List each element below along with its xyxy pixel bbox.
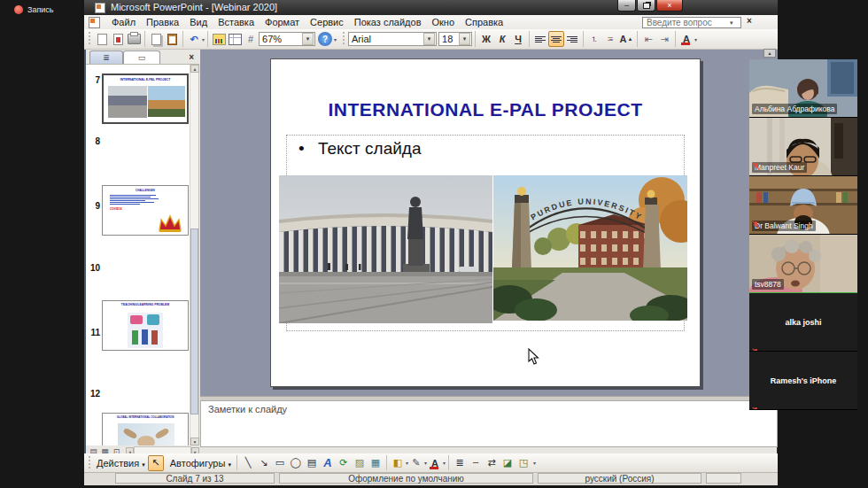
bulleted-list-button[interactable]: ∶≡: [602, 31, 618, 47]
increase-font-button[interactable]: A▲: [618, 31, 634, 47]
slide-image-purdue-arch[interactable]: PURDUE UNIVERSITY: [493, 175, 687, 321]
zoom-dropdown-icon[interactable]: ▾: [302, 33, 314, 45]
new-file-button[interactable]: [94, 31, 110, 47]
tab-slides[interactable]: ▭: [123, 50, 160, 64]
select-objects-button[interactable]: ↖: [148, 455, 164, 471]
standard-toolbar: ↶ ▾ # 67% ▾ ? ▾ Arial ▾ 18 ▾ Ж К Ч: [84, 29, 778, 50]
thumbs-scroll-thumb[interactable]: [190, 229, 198, 414]
font-size-combobox[interactable]: 18 ▾: [438, 32, 472, 46]
arrow-tool[interactable]: ↘: [256, 455, 272, 471]
videos-scroll-up-button[interactable]: ▲: [763, 49, 776, 58]
line-tool[interactable]: ╲: [240, 455, 256, 471]
diagram-tool[interactable]: ⟳: [336, 455, 352, 471]
font-name-dropdown-icon[interactable]: ▾: [423, 33, 435, 45]
participant-tile-tsv8878[interactable]: tsv8878: [749, 235, 857, 293]
menu-slideshow[interactable]: Показ слайдов: [349, 16, 427, 28]
draw-font-color-button[interactable]: A: [427, 455, 443, 471]
dash-style-button[interactable]: ┄: [468, 455, 484, 471]
thumbs-scroll-up-icon[interactable]: ▲: [190, 65, 199, 73]
decrease-indent-button[interactable]: ⇤: [640, 31, 656, 47]
paste-button[interactable]: [164, 31, 180, 47]
tab-outline[interactable]: ≣: [89, 50, 123, 64]
draw-font-color-dropdown-icon[interactable]: ▾: [443, 460, 446, 466]
drawing-toolbar-grip[interactable]: [87, 456, 91, 470]
help-button[interactable]: ?: [318, 32, 332, 46]
status-spare-box: [706, 473, 741, 484]
status-language[interactable]: русский (Россия): [538, 473, 701, 484]
drawing-overflow-icon[interactable]: ▾: [533, 460, 536, 466]
question-box[interactable]: ▾: [642, 17, 741, 28]
menu-format[interactable]: Формат: [260, 16, 305, 28]
notes-pane[interactable]: Заметки к слайду: [200, 400, 778, 447]
table-button[interactable]: [227, 31, 243, 47]
title-bar[interactable]: Microsoft PowerPoint - [Webinar 2020] – …: [84, 0, 778, 15]
wordart-tool[interactable]: A: [320, 455, 336, 471]
toolbar-overflow-icon[interactable]: ▾: [334, 36, 337, 43]
chart-button[interactable]: [211, 31, 227, 47]
question-input[interactable]: [645, 17, 730, 28]
thumbnail-slide-8[interactable]: CHALLENGES COVID19: [102, 185, 189, 236]
threed-style-button[interactable]: ◳: [515, 455, 531, 471]
rectangle-tool[interactable]: ▭: [272, 455, 288, 471]
line-color-button[interactable]: ✎: [408, 455, 424, 471]
align-left-button[interactable]: [532, 31, 548, 47]
slide-bullet-line[interactable]: • Текст слайда: [298, 139, 421, 159]
print-button[interactable]: [126, 31, 142, 47]
font-size-dropdown-icon[interactable]: ▾: [459, 33, 470, 45]
increase-indent-button[interactable]: ⇥: [656, 31, 672, 47]
question-dropdown-icon[interactable]: ▾: [730, 19, 733, 27]
thumbnail-slide-7[interactable]: INTERNATIONAL E-PAL PROJECT: [102, 74, 189, 124]
menu-tools[interactable]: Сервис: [305, 16, 349, 28]
copy-button[interactable]: [148, 31, 164, 47]
formatting-toolbar-grip[interactable]: [341, 32, 345, 46]
participant-tile-balwant[interactable]: Dr Balwant Singh: [749, 176, 857, 235]
line-style-button[interactable]: ≣: [452, 455, 468, 471]
close-button[interactable]: ×: [656, 0, 683, 12]
participant-tile-manpreet[interactable]: Manpreet Kaur: [749, 118, 857, 176]
participant-tile-ramesh[interactable]: Ramesh's iPhone: [749, 352, 857, 410]
menu-window[interactable]: Окно: [427, 16, 461, 28]
slide-title[interactable]: INTERNATIONAL E-PAL PROJECT: [279, 99, 692, 120]
undo-button[interactable]: ↶: [186, 31, 202, 47]
status-design-info[interactable]: Оформление по умолчанию: [279, 473, 533, 484]
shadow-style-button[interactable]: ◪: [500, 455, 515, 471]
thumbnail-slide-9[interactable]: TEACHING/LEARNING PROBLEM: [102, 300, 189, 351]
autoshapes-menu[interactable]: Автофигуры ▾: [167, 458, 234, 469]
underline-button[interactable]: Ч: [510, 31, 526, 47]
thumbnails-scrollbar[interactable]: ▲ ▼: [190, 65, 198, 445]
font-color-button[interactable]: A: [678, 31, 694, 47]
actions-menu[interactable]: Действия ▾: [94, 458, 148, 469]
question-close-icon[interactable]: ×: [747, 16, 752, 26]
participant-tile-albina[interactable]: Альбина Абдрафикова: [749, 59, 857, 118]
font-color-dropdown-icon[interactable]: ▾: [694, 36, 697, 43]
menu-edit[interactable]: Правка: [141, 16, 184, 28]
align-center-button[interactable]: [548, 31, 564, 47]
font-name-combobox[interactable]: Arial ▾: [348, 32, 437, 46]
thumbs-scroll-down-icon[interactable]: ▼: [190, 438, 199, 445]
minimize-button[interactable]: –: [617, 0, 636, 12]
grid-button[interactable]: #: [243, 31, 259, 47]
menu-view[interactable]: Вид: [184, 16, 213, 28]
oval-tool[interactable]: ◯: [288, 455, 304, 471]
slide-image-kazan-university[interactable]: [279, 175, 492, 323]
bold-button[interactable]: Ж: [478, 31, 494, 47]
restore-button[interactable]: [637, 0, 655, 12]
insert-picture-tool[interactable]: ▦: [368, 455, 384, 471]
italic-button[interactable]: К: [494, 31, 510, 47]
menu-file[interactable]: Файл: [106, 16, 141, 28]
undo-dropdown-icon[interactable]: ▾: [202, 36, 205, 43]
participant-tile-alka[interactable]: alka joshi: [749, 293, 857, 352]
menu-help[interactable]: Справка: [460, 16, 508, 28]
print-preview-button[interactable]: [110, 31, 126, 47]
numbered-list-button[interactable]: ⒈: [586, 31, 602, 47]
menu-insert[interactable]: Вставка: [213, 16, 260, 28]
fill-color-button[interactable]: ◧: [390, 455, 406, 471]
toolbar-grip[interactable]: [87, 32, 91, 46]
zoom-combobox[interactable]: 67% ▾: [259, 32, 315, 46]
arrow-style-button[interactable]: ⇄: [484, 455, 500, 471]
participant-name-label: Manpreet Kaur: [752, 162, 807, 173]
textbox-tool[interactable]: ▤: [304, 455, 320, 471]
panel-close-icon[interactable]: ×: [189, 52, 194, 62]
clipart-tool[interactable]: ▨: [352, 455, 368, 471]
align-right-button[interactable]: [564, 31, 580, 47]
